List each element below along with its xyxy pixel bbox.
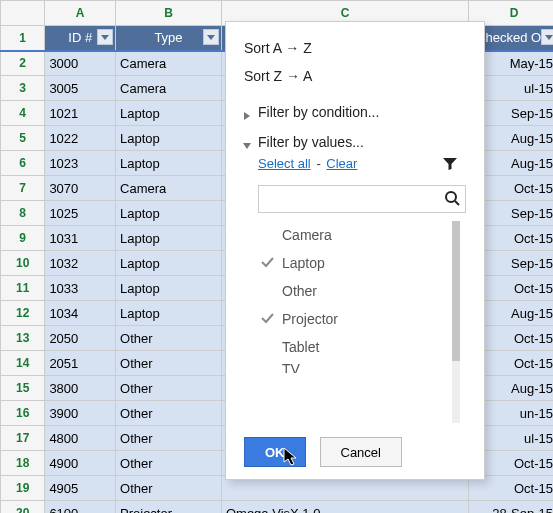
cell[interactable]: 4905 (45, 476, 116, 501)
filter-value-option[interactable]: Laptop (254, 249, 450, 277)
cell[interactable]: 1021 (45, 101, 116, 126)
cell[interactable]: 3900 (45, 401, 116, 426)
cell[interactable]: 3005 (45, 76, 116, 101)
filter-icon (442, 156, 458, 175)
row-header[interactable]: 14 (1, 351, 45, 376)
cell[interactable]: Other (116, 376, 222, 401)
filter-value-label: Projector (282, 311, 338, 327)
filter-value-option[interactable]: Other (254, 277, 450, 305)
filter-value-option[interactable]: TV (254, 361, 450, 373)
cell[interactable]: Laptop (116, 126, 222, 151)
filter-toggle-icon[interactable] (203, 29, 219, 45)
row-header[interactable]: 18 (1, 451, 45, 476)
column-header-label: Type (154, 30, 182, 45)
row-header[interactable]: 17 (1, 426, 45, 451)
filter-value-label: Other (282, 283, 317, 299)
filter-by-values[interactable]: Filter by values... (226, 130, 484, 154)
sort-az[interactable]: Sort A → Z (226, 34, 484, 62)
cell[interactable]: Other (116, 351, 222, 376)
column-header-type[interactable]: Type (116, 26, 222, 51)
row-header[interactable]: 12 (1, 301, 45, 326)
row-header[interactable]: 6 (1, 151, 45, 176)
column-header-id[interactable]: ID # (45, 26, 116, 51)
cell[interactable]: Other (116, 426, 222, 451)
cell[interactable]: Camera (116, 51, 222, 76)
row-header[interactable]: 13 (1, 326, 45, 351)
column-header-label: ID # (68, 30, 92, 45)
row-header[interactable]: 16 (1, 401, 45, 426)
filter-value-option[interactable]: Camera (254, 221, 450, 249)
cell[interactable]: 1025 (45, 201, 116, 226)
cell[interactable]: Omega VisX 1.0 (221, 501, 468, 514)
filter-by-values-label: Filter by values... (258, 134, 364, 150)
row-header[interactable]: 3 (1, 76, 45, 101)
cell[interactable]: 1034 (45, 301, 116, 326)
row-header[interactable]: 8 (1, 201, 45, 226)
filter-value-option[interactable]: Tablet (254, 333, 450, 361)
sort-za[interactable]: Sort Z → A (226, 62, 484, 90)
cell[interactable]: Other (116, 401, 222, 426)
row-header[interactable]: 9 (1, 226, 45, 251)
svg-line-7 (455, 201, 459, 205)
row-header[interactable]: 10 (1, 251, 45, 276)
cell[interactable]: Other (116, 326, 222, 351)
cell[interactable]: 3800 (45, 376, 116, 401)
cell[interactable]: 2050 (45, 326, 116, 351)
cell[interactable]: Laptop (116, 201, 222, 226)
scrollbar-thumb[interactable] (452, 221, 460, 361)
cell[interactable]: Laptop (116, 251, 222, 276)
scrollbar[interactable] (452, 221, 460, 423)
cell[interactable]: 28-Sep-15 (469, 501, 553, 514)
row-header[interactable]: 1 (1, 26, 45, 51)
filter-by-condition[interactable]: Filter by condition... (226, 100, 484, 124)
filter-value-label: Laptop (282, 255, 325, 271)
filter-value-option[interactable]: Projector (254, 305, 450, 333)
filter-search-input[interactable] (258, 185, 466, 213)
cell[interactable]: 3070 (45, 176, 116, 201)
svg-marker-3 (545, 35, 553, 40)
col-header-b[interactable]: B (116, 1, 222, 26)
cell[interactable]: Laptop (116, 151, 222, 176)
row-header[interactable]: 7 (1, 176, 45, 201)
cell[interactable]: 1033 (45, 276, 116, 301)
cell[interactable]: Other (116, 451, 222, 476)
row-header[interactable]: 2 (1, 51, 45, 76)
cell[interactable]: Laptop (116, 101, 222, 126)
row-header[interactable]: 15 (1, 376, 45, 401)
row-header[interactable]: 19 (1, 476, 45, 501)
row-header[interactable]: 4 (1, 101, 45, 126)
search-icon (444, 190, 460, 209)
filter-value-label: Tablet (282, 339, 319, 355)
svg-marker-1 (207, 35, 215, 40)
chevron-down-icon (242, 138, 252, 148)
cell[interactable]: 4900 (45, 451, 116, 476)
cell[interactable]: Camera (116, 176, 222, 201)
cell[interactable]: Laptop (116, 301, 222, 326)
row-header[interactable]: 20 (1, 501, 45, 514)
cell[interactable]: 3000 (45, 51, 116, 76)
cancel-button[interactable]: Cancel (320, 437, 402, 467)
filter-toggle-icon[interactable] (541, 29, 553, 45)
check-icon (260, 311, 274, 325)
col-header-a[interactable]: A (45, 1, 116, 26)
select-all-link[interactable]: Select all (258, 156, 311, 171)
ok-button[interactable]: OK (244, 437, 306, 467)
cell[interactable]: 1032 (45, 251, 116, 276)
cell[interactable]: 6100 (45, 501, 116, 514)
clear-link[interactable]: Clear (326, 156, 357, 171)
cell[interactable]: Laptop (116, 226, 222, 251)
filter-toggle-icon[interactable] (97, 29, 113, 45)
cell[interactable]: 1023 (45, 151, 116, 176)
cell[interactable]: Camera (116, 76, 222, 101)
cell[interactable]: 1031 (45, 226, 116, 251)
row-header[interactable]: 11 (1, 276, 45, 301)
cell[interactable]: 1022 (45, 126, 116, 151)
cell[interactable]: Projector (116, 501, 222, 514)
cell[interactable]: Other (116, 476, 222, 501)
cell[interactable]: Laptop (116, 276, 222, 301)
cell[interactable]: 4800 (45, 426, 116, 451)
row-header[interactable]: 5 (1, 126, 45, 151)
filter-by-condition-label: Filter by condition... (258, 104, 379, 120)
select-all-corner[interactable] (1, 1, 45, 26)
cell[interactable]: 2051 (45, 351, 116, 376)
